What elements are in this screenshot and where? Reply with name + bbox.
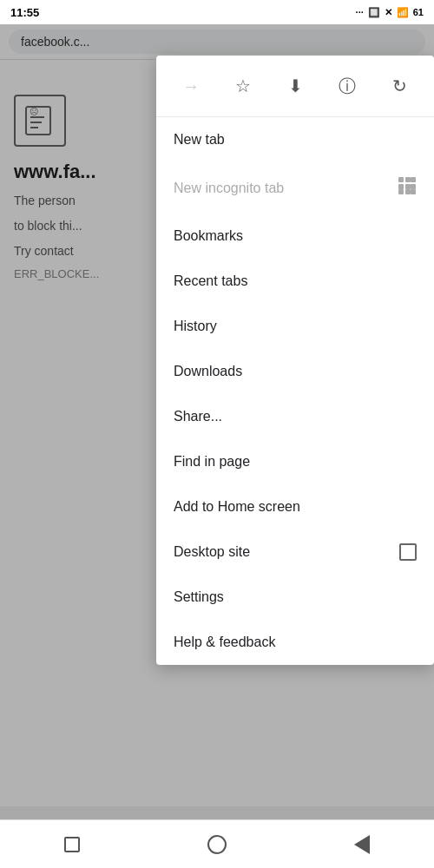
- svg-rect-13: [411, 189, 416, 194]
- dots-icon: ···: [356, 7, 364, 17]
- wifi-icon: 📶: [397, 7, 409, 18]
- status-time: 11:55: [10, 6, 39, 19]
- bookmark-icon: ☆: [235, 76, 251, 96]
- forward-icon: →: [182, 76, 200, 96]
- download-icon: ⬇: [288, 76, 303, 96]
- menu-item-settings[interactable]: Settings: [156, 575, 434, 620]
- reload-icon: ↻: [392, 76, 407, 96]
- bookmark-button[interactable]: ☆: [225, 68, 261, 104]
- svg-rect-9: [405, 184, 411, 189]
- battery-icon: 🔲: [368, 7, 380, 18]
- nav-home-button[interactable]: [195, 823, 239, 866]
- info-icon: ⓘ: [339, 75, 356, 98]
- menu-item-new-incognito-tab[interactable]: New incognito tab: [156, 162, 434, 214]
- menu-item-share[interactable]: Share...: [156, 394, 434, 439]
- menu-item-new-tab[interactable]: New tab: [156, 117, 434, 162]
- menu-item-help-feedback[interactable]: Help & feedback: [156, 620, 434, 665]
- nav-bar: [0, 819, 434, 868]
- reload-button[interactable]: ↻: [381, 68, 418, 104]
- battery-level: 61: [413, 7, 424, 17]
- menu-item-history[interactable]: History: [156, 304, 434, 349]
- menu-toolbar: → ☆ ⬇ ⓘ ↻: [156, 56, 434, 117]
- menu-item-bookmarks[interactable]: Bookmarks: [156, 214, 434, 259]
- svg-rect-10: [411, 184, 416, 189]
- status-icons: ··· 🔲 ✕ 📶 61: [356, 7, 424, 18]
- menu-item-find-in-page[interactable]: Find in page: [156, 439, 434, 484]
- stop-icon: [64, 837, 80, 852]
- browser-area: facebook.c... ☹ www.fa... The person to …: [0, 24, 434, 819]
- nav-stop-button[interactable]: [50, 823, 94, 866]
- menu-item-downloads[interactable]: Downloads: [156, 349, 434, 394]
- incognito-grid-icon: [398, 176, 417, 200]
- download-button[interactable]: ⬇: [277, 68, 313, 104]
- dropdown-menu: → ☆ ⬇ ⓘ ↻ New tab New incognito tab: [156, 56, 434, 665]
- menu-item-recent-tabs[interactable]: Recent tabs: [156, 259, 434, 304]
- nav-back-button[interactable]: [340, 823, 384, 866]
- menu-item-add-to-home[interactable]: Add to Home screen: [156, 484, 434, 529]
- svg-rect-11: [398, 189, 404, 194]
- svg-rect-6: [405, 177, 411, 182]
- svg-rect-12: [405, 189, 411, 194]
- svg-rect-7: [411, 177, 416, 182]
- forward-button[interactable]: →: [173, 68, 209, 104]
- info-button[interactable]: ⓘ: [329, 68, 365, 104]
- status-bar: 11:55 ··· 🔲 ✕ 📶 61: [0, 0, 434, 24]
- menu-item-desktop-site[interactable]: Desktop site: [156, 529, 434, 575]
- svg-rect-5: [398, 177, 404, 182]
- desktop-site-checkbox[interactable]: [399, 543, 417, 561]
- svg-rect-8: [398, 184, 404, 189]
- home-icon: [207, 835, 227, 854]
- x-icon: ✕: [385, 7, 392, 18]
- back-icon: [354, 835, 370, 854]
